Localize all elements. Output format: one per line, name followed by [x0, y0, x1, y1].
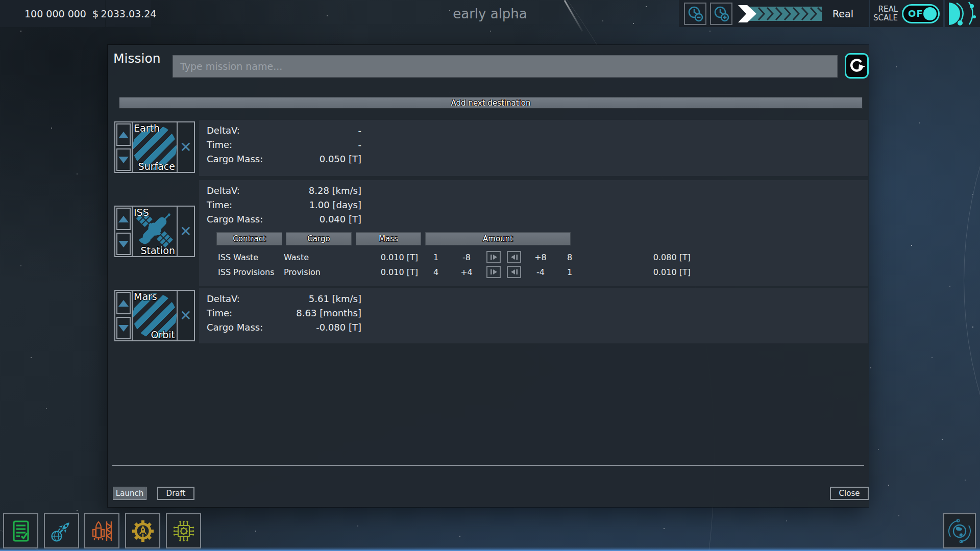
- contract-name: ISS Waste: [218, 251, 258, 264]
- research-button[interactable]: [166, 513, 201, 548]
- deltav-value: 8.28 [km/s]: [309, 185, 361, 196]
- real-scale-label: REAL SCALE: [873, 5, 898, 22]
- deltav-label: DeltaV:: [207, 185, 240, 196]
- time-label: Time:: [207, 308, 232, 318]
- close-button[interactable]: Close: [830, 487, 869, 500]
- from-amount: 4: [428, 265, 444, 279]
- destination-row-iss: DeltaV: 8.28 [km/s] Time: 1.00 [days] Ca…: [108, 180, 869, 286]
- header-amount-button[interactable]: Amount: [425, 232, 571, 245]
- from-amount: 1: [428, 251, 444, 264]
- footer-divider: [112, 465, 864, 466]
- site-name: Orbit: [151, 329, 175, 340]
- cargo-row-waste: ISS Waste Waste 0.010 [T] 1 -8: [216, 251, 863, 264]
- move-up-button[interactable]: [116, 292, 131, 314]
- to-change: +8: [529, 251, 552, 264]
- mission-panel-title: Mission: [113, 51, 161, 66]
- time-control-panel: Real: [679, 0, 869, 27]
- date-display: 2033.03.24: [106, 0, 151, 27]
- step-right-icon: [490, 268, 498, 276]
- body-name: Earth: [134, 122, 160, 134]
- transfer-right-button[interactable]: [486, 266, 501, 278]
- checklist-icon: [9, 519, 33, 543]
- close-x-icon: ✕: [180, 224, 191, 239]
- transfer-right-button[interactable]: [486, 251, 501, 263]
- step-left-icon: [510, 254, 518, 261]
- cargo-name: Provision: [284, 265, 321, 279]
- money-panel: 100 000 000 $: [0, 0, 105, 27]
- refresh-mission-button[interactable]: [845, 53, 869, 79]
- currency-symbol: $: [92, 8, 99, 19]
- rocket-globe-icon: [50, 519, 74, 543]
- close-x-icon: ✕: [180, 140, 191, 155]
- gear-rocket-icon: [131, 519, 155, 543]
- transfer-left-button[interactable]: [507, 251, 521, 263]
- to-amount: 8: [558, 251, 581, 264]
- move-down-button[interactable]: [116, 233, 131, 255]
- leg-stats: DeltaV: - Time: - Cargo Mass: 0.050 [T]: [207, 123, 361, 166]
- remove-destination-button[interactable]: ✕: [178, 207, 194, 256]
- money-value: 100 000 000: [24, 8, 86, 19]
- destination-body-area[interactable]: Earth Surface: [132, 122, 178, 172]
- leg-stats: DeltaV: 8.28 [km/s] Time: 1.00 [days] Ca…: [207, 183, 361, 226]
- clock-minus-icon: [687, 5, 704, 22]
- destination-row-mars: DeltaV: 5.61 [km/s] Time: 8.63 [months] …: [108, 288, 869, 343]
- add-destination-button[interactable]: Add next destination: [119, 97, 863, 109]
- move-up-button[interactable]: [116, 123, 131, 146]
- to-amount: 1: [558, 265, 581, 279]
- transfer-left-button[interactable]: [507, 266, 521, 278]
- cargo-mass-value: -0.080 [T]: [316, 322, 361, 333]
- leg-stats: DeltaV: 5.61 [km/s] Time: 8.63 [months] …: [207, 291, 361, 334]
- step-right-icon: [490, 254, 498, 261]
- deltav-value: 5.61 [km/s]: [309, 293, 361, 304]
- cargo-mass-label: Cargo Mass:: [207, 154, 263, 164]
- mission-name-input[interactable]: [173, 55, 838, 78]
- launch-button[interactable]: Launch: [113, 487, 146, 500]
- header-cargo-button[interactable]: Cargo: [286, 232, 352, 245]
- destination-body-area[interactable]: ISS Station: [132, 207, 178, 256]
- triangle-down-icon: [118, 241, 129, 247]
- reorder-column: [115, 207, 132, 256]
- time-decrease-button[interactable]: [684, 3, 706, 25]
- engineering-button[interactable]: [125, 513, 160, 548]
- total-mass: 0.010 [T]: [620, 265, 691, 279]
- cargo-mass-value: 0.040 [T]: [320, 214, 361, 224]
- triangle-down-icon: [118, 157, 129, 163]
- time-value: 8.63 [months]: [296, 308, 361, 318]
- draft-button[interactable]: Draft: [157, 487, 194, 500]
- body-name: Mars: [134, 291, 157, 302]
- time-speed-bar[interactable]: [736, 4, 824, 23]
- site-name: Station: [140, 245, 175, 256]
- deltav-label: DeltaV:: [207, 293, 240, 304]
- header-mass-button[interactable]: Mass: [356, 232, 421, 245]
- time-increase-button[interactable]: [710, 3, 732, 25]
- header-contract-button[interactable]: Contract: [216, 232, 282, 245]
- leg-info-box: DeltaV: 5.61 [km/s] Time: 8.63 [months] …: [199, 288, 868, 343]
- orbit-view-button[interactable]: [945, 0, 980, 27]
- real-scale-panel: REAL SCALE OFF: [870, 0, 943, 27]
- destination-card-iss: ISS Station ✕: [114, 206, 195, 257]
- time-label: Time:: [207, 139, 232, 150]
- real-scale-toggle[interactable]: OFF: [902, 4, 940, 23]
- cargo-mass-value: 0.050 [T]: [320, 154, 361, 164]
- cargo-table: Contract Cargo Mass Amount ISS Waste Was…: [216, 232, 863, 281]
- destination-card-mars: Mars Orbit ✕: [114, 290, 195, 341]
- contracts-button[interactable]: [3, 513, 38, 548]
- toggle-knob: [923, 7, 937, 20]
- remove-destination-button[interactable]: ✕: [178, 291, 194, 340]
- triangle-up-icon: [118, 216, 129, 222]
- from-change: +4: [455, 265, 478, 279]
- destination-body-area[interactable]: Mars Orbit: [132, 291, 178, 340]
- remove-destination-button[interactable]: ✕: [178, 122, 194, 172]
- unit-mass: 0.010 [T]: [349, 265, 418, 279]
- leg-info-box: DeltaV: 8.28 [km/s] Time: 1.00 [days] Ca…: [199, 180, 868, 286]
- rocket-tower-icon: [90, 519, 114, 543]
- move-down-button[interactable]: [116, 317, 131, 339]
- cargo-row-provisions: ISS Provisions Provision 0.010 [T] 4 +4: [216, 265, 863, 279]
- missions-button[interactable]: [44, 513, 79, 548]
- vehicle-assembly-button[interactable]: [84, 513, 119, 548]
- triangle-up-icon: [118, 300, 129, 307]
- move-down-button[interactable]: [116, 148, 131, 171]
- chip-gear-icon: [172, 519, 195, 543]
- map-view-button[interactable]: [943, 513, 976, 548]
- move-up-button[interactable]: [116, 208, 131, 230]
